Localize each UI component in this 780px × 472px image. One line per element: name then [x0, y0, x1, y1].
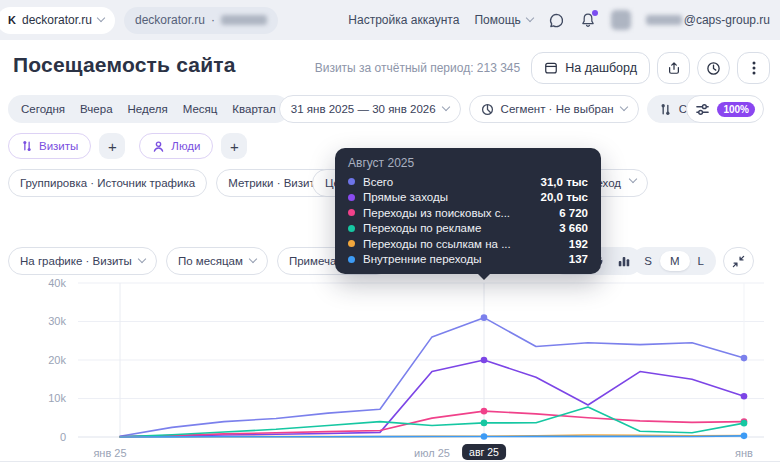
period-yesterday[interactable]: Вчера	[80, 103, 112, 115]
tooltip-row-total: Всего 31,0 тыс	[348, 174, 588, 190]
chevron-down-icon	[526, 14, 534, 22]
export-button[interactable]	[657, 52, 690, 84]
chart-controls-row: На графике · Визиты По месяцам Примечани…	[8, 247, 390, 275]
redacted-counter-id	[221, 15, 267, 25]
tooltip-row-internal: Внутренние переходы 137	[348, 252, 588, 268]
settings-chips-row: Группировка · Источник трафика Метрики ·…	[8, 169, 355, 197]
size-option-s[interactable]: S	[636, 255, 660, 267]
tooltip-row-direct: Прямые заходы 20,0 тыс	[348, 190, 588, 206]
y-tick-40k: 40k	[30, 277, 66, 289]
period-visits-total: Визиты за отчётный период: 213 345	[315, 61, 521, 75]
segment-selector[interactable]: Сегмент · Не выбран	[469, 95, 639, 123]
granularity-selector[interactable]: По месяцам	[166, 247, 268, 275]
add-visits-metric-button[interactable]: +	[99, 133, 125, 159]
account-settings-link[interactable]: Настройка аккаунта	[348, 13, 459, 27]
metric-chip-visits[interactable]: Визиты	[8, 133, 91, 159]
help-menu[interactable]: Помощь	[474, 13, 532, 27]
redacted-user-name	[646, 15, 682, 25]
period-month[interactable]: Месяц	[183, 103, 218, 115]
chevron-down-icon	[249, 255, 257, 263]
grouping-chip[interactable]: Группировка · Источник трафика	[8, 169, 207, 197]
period-week[interactable]: Неделя	[128, 103, 168, 115]
series-color-dot	[348, 225, 355, 232]
history-button[interactable]	[697, 52, 730, 84]
period-quarter[interactable]: Квартал	[232, 103, 275, 115]
chat-icon[interactable]	[548, 12, 565, 29]
period-presets: Сегодня Вчера Неделя Месяц Квартал	[8, 95, 289, 123]
collapse-chart-button[interactable]	[723, 247, 754, 275]
bell-icon[interactable]	[580, 12, 596, 28]
series-color-dot	[348, 256, 355, 263]
series-color-dot	[348, 194, 355, 201]
y-tick-0: 0	[30, 431, 66, 443]
size-option-l[interactable]: L	[690, 255, 712, 267]
chart-size-selector: S M L	[632, 247, 716, 275]
notification-dot	[592, 10, 598, 16]
date-range-picker[interactable]: 31 янв 2025 — 30 янв 2026	[279, 95, 461, 123]
chart-tooltip: Август 2025 Всего 31,0 тыс Прямые заходы…	[335, 148, 601, 274]
person-icon	[152, 140, 165, 153]
x-tick-jan25: янв 25	[93, 447, 126, 459]
sampling-control[interactable]: 100%	[686, 95, 764, 123]
y-tick-20k: 20k	[30, 354, 66, 366]
x-tick-aug25-highlighted: авг 25	[462, 444, 506, 460]
series-color-dot	[348, 178, 355, 185]
to-dashboard-button[interactable]: На дашборд	[531, 52, 650, 84]
y-tick-10k: 10k	[30, 392, 66, 404]
metric-chip-people[interactable]: Люди	[139, 133, 213, 159]
more-menu-button[interactable]	[737, 52, 770, 84]
chevron-down-icon	[629, 175, 637, 183]
segment-icon	[481, 103, 494, 116]
metric-row: Визиты + Люди +	[8, 133, 247, 159]
chevron-down-icon	[138, 255, 146, 263]
dashboard-icon	[544, 61, 558, 75]
period-today[interactable]: Сегодня	[21, 103, 65, 115]
tooltip-row-search: Переходы из поисковых с... 6 720	[348, 205, 588, 221]
page-title: Посещаемость сайта	[13, 53, 236, 77]
tooltip-row-links: Переходы по ссылкам на ... 192	[348, 236, 588, 252]
header-actions: Визиты за отчётный период: 213 345 На да…	[315, 52, 770, 84]
chevron-down-icon	[97, 14, 105, 22]
series-color-dot	[348, 240, 355, 247]
bar-chart-icon[interactable]	[617, 254, 631, 268]
site-favicon: K	[8, 14, 16, 26]
counter-tab-active[interactable]: K deckorator.ru	[0, 7, 115, 34]
sliders-icon	[695, 102, 710, 117]
top-bar: K deckorator.ru deckorator.ru · Настройк…	[0, 0, 780, 40]
sampling-badge: 100%	[717, 102, 755, 117]
share-icon	[667, 61, 681, 75]
chart-gridlines	[78, 283, 764, 437]
compare-icon	[659, 103, 672, 116]
tooltip-title: Август 2025	[348, 156, 588, 170]
tooltip-row-ads: Переходы по рекламе 3 660	[348, 221, 588, 237]
separator-dot: ·	[211, 13, 215, 27]
visits-icon	[21, 140, 33, 152]
widget-bottom-divider	[0, 461, 780, 462]
series-color-dot	[348, 209, 355, 216]
avatar[interactable]	[611, 10, 631, 30]
email-domain: @caps-group.ru	[684, 13, 770, 27]
size-option-m-selected[interactable]: M	[660, 251, 690, 271]
collapse-arrows-icon	[732, 255, 745, 268]
add-people-metric-button[interactable]: +	[221, 133, 247, 159]
tooltip-pointer	[478, 274, 490, 280]
kebab-icon	[752, 60, 756, 76]
counter-tab-second[interactable]: deckorator.ru ·	[124, 7, 278, 34]
x-tick-jul25: июл 25	[414, 447, 450, 459]
filter-row: Сегодня Вчера Неделя Месяц Квартал 31 ян…	[8, 95, 763, 123]
chevron-down-icon	[441, 103, 449, 111]
y-tick-30k: 30k	[30, 315, 66, 327]
clock-icon	[706, 61, 721, 76]
x-tick-jan26: янв	[735, 447, 753, 459]
counter-tab-label: deckorator.ru	[22, 13, 92, 27]
topbar-right: Настройка аккаунта Помощь @caps-group.ru	[348, 0, 770, 40]
on-chart-selector[interactable]: На графике · Визиты	[8, 247, 157, 275]
counter-domain: deckorator.ru	[135, 13, 205, 27]
chevron-down-icon	[619, 103, 627, 111]
user-email[interactable]: @caps-group.ru	[646, 13, 770, 27]
